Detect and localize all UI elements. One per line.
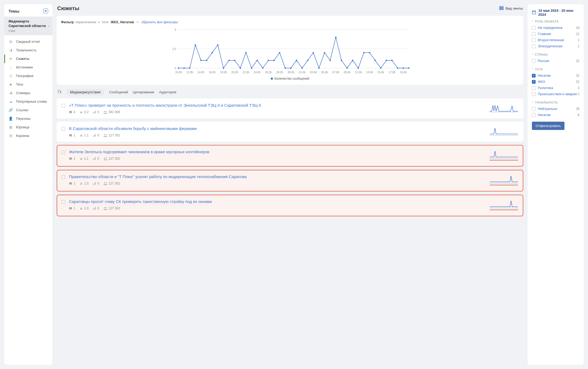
nav-label: Сюжеты xyxy=(16,57,29,61)
facet-checkbox[interactable] xyxy=(532,86,536,90)
svg-point-91 xyxy=(106,157,107,159)
chart-card: Фильтр пересечение » теги: ЖКХ, Негатив … xyxy=(57,16,523,85)
facet-checkbox[interactable] xyxy=(532,38,536,42)
timeline-chart[interactable]: 02.5510.0512.0514.0516.0518.0520.0522.05… xyxy=(61,27,519,80)
filter-tags: ЖКХ, Негатив xyxy=(111,20,134,24)
story-sparkline xyxy=(489,199,519,212)
svg-point-32 xyxy=(307,60,308,61)
svg-text:12.05: 12.05 xyxy=(186,71,193,74)
svg-point-49 xyxy=(403,67,404,69)
sidebar-item-1[interactable]: ◑Тональность xyxy=(4,46,52,55)
facet-header[interactable]: ˄РОЛЬ ОБЪЕКТА xyxy=(532,20,579,23)
sidebar-item-6[interactable]: ◀Спикеры xyxy=(4,89,52,97)
sidebar-item-2[interactable]: ≡Сюжеты xyxy=(4,55,52,63)
nav-icon: 🔗 xyxy=(9,108,13,112)
story-card: Правительство области и "Т Плюс" усилят … xyxy=(57,170,523,191)
story-card: В Саратовской области объявили борьбу с … xyxy=(57,122,523,142)
svg-text:07.06: 07.06 xyxy=(332,71,339,74)
metric-tab-0[interactable]: Медиаприсутствие xyxy=(66,89,104,95)
sidebar-item-8[interactable]: 🔗Ссылки xyxy=(4,106,52,114)
feed-view-toggle[interactable]: Вид ленты xyxy=(499,6,523,11)
svg-point-17 xyxy=(223,67,224,69)
sort-icon[interactable] xyxy=(57,90,61,94)
sidebar-item-4[interactable]: ◎География xyxy=(4,72,52,80)
facet-label[interactable]: Негатив xyxy=(538,74,551,78)
facet-header[interactable]: ˄ТОНАЛЬНОСТЬ xyxy=(532,101,579,104)
facet-label[interactable]: Происшествия и аварии xyxy=(538,92,577,96)
chevron-up-icon: ˄ xyxy=(532,53,533,56)
facet-checkbox[interactable] xyxy=(532,92,536,96)
facet-checkbox[interactable] xyxy=(532,113,536,117)
sidebar-item-7[interactable]: ☁Популярные слова xyxy=(4,97,52,106)
facet-label[interactable]: Не определена xyxy=(538,26,562,30)
facet-checkbox[interactable] xyxy=(532,44,536,48)
story-audience: 127 302 xyxy=(103,182,120,185)
facet-header[interactable]: ˄ТЕГИ xyxy=(532,68,579,71)
story-checkbox[interactable] xyxy=(61,150,65,154)
sidebar-item-11[interactable]: 🗑Корзина xyxy=(4,132,52,140)
metric-tab-3[interactable]: Аудитория xyxy=(159,89,176,95)
sidebar-item-10[interactable]: ▦Юрлица xyxy=(4,123,52,132)
facet-checkbox[interactable] xyxy=(532,74,536,78)
facet-label[interactable]: Главная xyxy=(538,32,551,36)
svg-rect-102 xyxy=(69,207,72,209)
svg-point-15 xyxy=(211,52,213,53)
date-range-picker[interactable]: 10 мая 2024 - 20 июн 2024 xyxy=(532,9,579,17)
svg-point-16 xyxy=(217,44,218,46)
svg-text:05.06: 05.06 xyxy=(321,71,328,74)
page-title: Сюжеты xyxy=(57,5,79,11)
sidebar-item-0[interactable]: ▤Сводный отчет xyxy=(4,37,52,46)
facet-label[interactable]: ЖКХ xyxy=(538,80,545,84)
story-title-link[interactable]: Жители Энгельса подозревают чиновников в… xyxy=(69,149,485,155)
sidebar-item-5[interactable]: ◆Теги xyxy=(4,80,52,89)
story-checkbox[interactable] xyxy=(61,200,65,204)
apply-filter-button[interactable]: Отфильтровать xyxy=(532,122,564,130)
facet-label[interactable]: Политика xyxy=(538,86,553,90)
story-cites: 0 xyxy=(93,157,99,160)
nav-label: Тональность xyxy=(16,48,37,52)
facet-header[interactable]: ˄СТРАНЫ xyxy=(532,53,579,56)
story-sparkline xyxy=(489,149,519,162)
facet-checkbox[interactable] xyxy=(532,107,536,111)
facet-checkbox[interactable] xyxy=(532,80,536,84)
filter-clear-x-icon[interactable]: × xyxy=(137,20,139,24)
story-title-link[interactable]: Саратовцы просят главу СК проверить таин… xyxy=(69,199,485,204)
svg-point-22 xyxy=(251,67,252,69)
story-audience: 381 906 xyxy=(103,110,120,114)
metric-tab-2[interactable]: Цитирование xyxy=(133,89,154,95)
chevron-up-icon: ˄ xyxy=(532,20,533,23)
metric-tab-1[interactable]: Сообщений xyxy=(109,89,128,95)
facet-group: ˄СТРАНЫРоссия32 xyxy=(532,53,579,64)
story-sparkline xyxy=(489,126,519,137)
story-title-link[interactable]: «Т Плюс» проверит на прочность и плотнос… xyxy=(69,103,485,108)
facet-label[interactable]: Негатив xyxy=(538,113,551,117)
svg-point-99 xyxy=(106,182,107,183)
story-checkbox[interactable] xyxy=(61,175,65,179)
metric-tabs: МедиаприсутствиеСообщенийЦитированиеАуди… xyxy=(57,88,523,95)
chevron-up-icon: ˄ xyxy=(532,101,533,104)
facet-checkbox[interactable] xyxy=(532,26,536,30)
story-title-link[interactable]: В Саратовской области объявили борьбу с … xyxy=(69,126,485,131)
facet-label[interactable]: Россия xyxy=(538,59,549,63)
facet-label[interactable]: Второстепенная xyxy=(538,38,564,42)
facet-label[interactable]: Эпизодическая xyxy=(538,44,562,48)
nav-label: Спикеры xyxy=(16,91,30,95)
facet-checkbox[interactable] xyxy=(532,32,536,36)
nav-icon: ▦ xyxy=(9,125,13,129)
svg-point-46 xyxy=(386,60,387,61)
sidebar-item-3[interactable]: ⋮Источники xyxy=(4,63,52,72)
svg-text:15.06: 15.06 xyxy=(377,71,384,74)
story-checkbox[interactable] xyxy=(61,104,65,107)
story-checkbox[interactable] xyxy=(61,127,65,131)
story-title-link[interactable]: Правительство области и "Т Плюс" усилят … xyxy=(69,174,485,179)
sidebar-item-9[interactable]: 👤Персоны xyxy=(4,114,52,123)
add-theme-button[interactable]: + xyxy=(43,9,48,13)
chevron-right-icon: › xyxy=(48,24,49,28)
svg-rect-75 xyxy=(95,111,96,113)
clear-filters-link[interactable]: сбросить все фильтры xyxy=(141,20,178,24)
svg-rect-96 xyxy=(94,183,95,185)
facet-label[interactable]: Нейтрально xyxy=(538,107,557,111)
active-theme[interactable]: Медиакарта Саратовской области СМИ › xyxy=(4,17,52,35)
nav-label: Корзина xyxy=(16,134,29,138)
facet-checkbox[interactable] xyxy=(532,59,536,63)
